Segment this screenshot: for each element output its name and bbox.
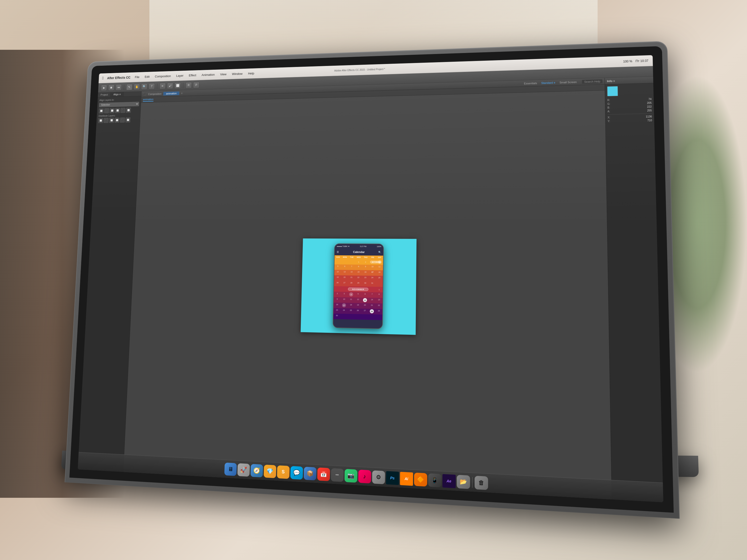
menu-view[interactable]: View — [218, 73, 228, 76]
toolbar-btn-shape[interactable]: ⬜ — [174, 82, 181, 88]
cal-cell[interactable] — [376, 281, 383, 287]
cal-cell[interactable]: 19 — [354, 303, 361, 309]
cal-cell[interactable]: 25 — [347, 309, 354, 314]
dock-box[interactable]: 📦 — [304, 466, 316, 480]
cal-cell[interactable]: 15 — [376, 298, 383, 303]
chevron-up-icon[interactable]: ∧ — [378, 260, 382, 264]
dock-vlc[interactable]: 🔶 — [414, 472, 427, 486]
dock-finder[interactable]: 🖥 — [224, 462, 236, 476]
cal-cell[interactable] — [341, 261, 349, 263]
dock-illustrator[interactable]: Ai — [400, 472, 413, 486]
apple-logo-icon[interactable]:  — [102, 76, 104, 81]
dock-files[interactable]: 📂 — [457, 475, 470, 489]
cal-cell[interactable]: 10 — [341, 297, 347, 303]
align-center-v-btn[interactable]: ⬛ — [121, 108, 126, 113]
cal-cell[interactable]: 13 — [363, 298, 367, 302]
dock-sketch[interactable]: 💎 — [263, 464, 276, 478]
menu-effect[interactable]: Effect — [187, 74, 198, 77]
cal-cell[interactable]: 12 — [355, 297, 362, 303]
cal-cell[interactable]: 10 — [369, 265, 376, 270]
cal-cell[interactable] — [341, 288, 348, 290]
cal-cell[interactable]: 26 — [334, 281, 341, 286]
menu-file[interactable]: File — [133, 75, 141, 79]
cal-cell[interactable]: 15 — [355, 270, 362, 275]
cal-cell[interactable] — [369, 289, 376, 290]
dist-left-btn[interactable]: ⬜ — [98, 118, 103, 123]
cal-cell[interactable] — [347, 314, 354, 320]
cal-cell[interactable]: 21 — [368, 303, 376, 309]
menu-window[interactable]: Window — [230, 72, 244, 76]
cal-cell[interactable]: 28 — [370, 310, 374, 314]
cal-cell[interactable]: 29 — [355, 281, 362, 287]
cal-cell[interactable]: 1 — [376, 288, 383, 292]
cal-cell[interactable]: 14 — [368, 298, 376, 303]
tab-align[interactable]: Align ≡ — [110, 92, 124, 97]
dock-photoshop[interactable]: Ps — [386, 471, 399, 485]
cal-cell[interactable]: 2 — [362, 260, 369, 264]
toolbar-btn-brush[interactable]: 🖌 — [167, 82, 173, 89]
phone-menu-icon[interactable]: ☰ — [337, 250, 339, 253]
cal-cell[interactable]: 23 — [333, 308, 340, 314]
toolbar-btn-1[interactable]: ▶ — [101, 84, 107, 91]
align-top-btn[interactable]: ⬜ — [115, 108, 120, 113]
standard-btn[interactable]: Standard ≡ — [541, 81, 555, 84]
small-screen-btn[interactable]: Small Screen — [560, 80, 577, 84]
cal-cell[interactable] — [368, 314, 376, 320]
cal-cell[interactable]: 16 — [362, 270, 369, 275]
toolbar-btn-zoom[interactable]: 🔍 — [141, 83, 148, 89]
align-left-btn[interactable]: ⬜ — [99, 108, 104, 113]
cal-cell[interactable]: 7 — [348, 265, 355, 270]
cal-cell[interactable]: 30 — [333, 314, 340, 319]
cal-cell[interactable] — [349, 261, 355, 263]
dock-trash[interactable]: 🗑 — [474, 476, 488, 490]
cal-cell[interactable]: 5 — [355, 292, 362, 298]
cal-cell[interactable]: 27 — [361, 309, 368, 314]
menu-animation[interactable]: Animation — [200, 73, 216, 77]
cal-cell[interactable]: 8 — [376, 292, 383, 298]
cal-cell[interactable] — [340, 314, 347, 319]
dock-preferences[interactable]: ⚙ — [372, 470, 385, 484]
cal-cell[interactable]: 9 — [362, 265, 369, 270]
cal-cell[interactable] — [361, 314, 368, 320]
cal-cell[interactable]: 30 — [362, 281, 369, 287]
menu-composition[interactable]: Composition — [153, 74, 173, 78]
cal-cell[interactable]: 22 — [355, 275, 362, 281]
cal-cell[interactable] — [354, 314, 361, 320]
cal-cell[interactable]: 28 — [348, 281, 355, 287]
cal-cell[interactable]: 26 — [354, 309, 361, 314]
align-bottom-btn[interactable]: ⬜ — [126, 108, 131, 113]
cal-cell[interactable]: 24 — [369, 276, 376, 281]
cal-cell[interactable]: 29 — [375, 309, 383, 315]
cal-cell[interactable] — [375, 314, 383, 320]
cal-cell[interactable]: 6 — [362, 292, 368, 298]
cal-cell[interactable]: 18 — [376, 270, 383, 276]
cal-cell[interactable]: 27 — [341, 281, 348, 286]
cal-cell[interactable]: 20 — [361, 303, 368, 309]
cal-cell[interactable]: 9 — [334, 297, 341, 303]
cal-cell[interactable]: 11 — [347, 297, 355, 303]
cal-cell[interactable]: 5 — [334, 264, 341, 270]
cal-cell[interactable]: 6 — [341, 265, 348, 270]
cal-cell[interactable]: 18 — [347, 303, 354, 309]
cal-cell[interactable]: 12 — [334, 270, 341, 275]
cal-cell[interactable]: 13 — [341, 270, 348, 275]
search-help-input[interactable]: Search Help — [582, 79, 602, 84]
toolbar-btn-roto[interactable]: R — [185, 82, 192, 88]
align-right-btn[interactable]: ⬜ — [109, 108, 114, 113]
cal-cell[interactable]: 4 — [349, 292, 353, 296]
essentials-btn[interactable]: Essentials — [524, 82, 537, 85]
tab-project[interactable]: Project — [98, 92, 111, 97]
toolbar-btn-2[interactable]: ⏹ — [108, 84, 114, 91]
cal-cell[interactable]: 3 — [341, 292, 347, 297]
cal-cell[interactable]: 25 — [376, 276, 383, 281]
dock-launchpad[interactable]: 🚀 — [237, 463, 250, 477]
cal-cell[interactable]: 8 — [355, 265, 362, 270]
dock-unknown1[interactable]: 📱 — [428, 473, 441, 487]
dock-more[interactable]: ••• — [331, 468, 344, 482]
cal-cell[interactable]: 16 — [334, 303, 341, 309]
cal-cell[interactable]: 23 — [362, 275, 369, 281]
dist-center-h-btn[interactable]: ⬛ — [104, 118, 108, 123]
dist-right-btn[interactable]: ⬜ — [109, 118, 114, 123]
cal-cell[interactable]: 11 — [376, 265, 383, 270]
cal-cell[interactable]: 17 — [342, 303, 346, 307]
